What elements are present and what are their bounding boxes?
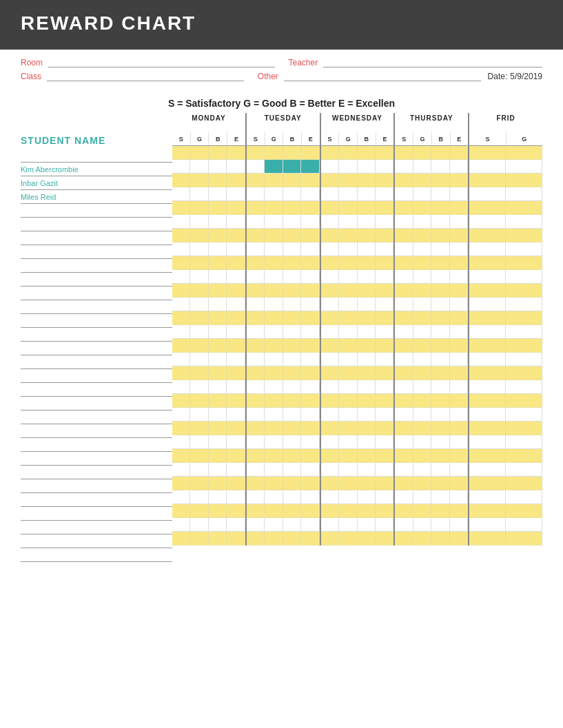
- grid-cell: [209, 215, 227, 229]
- day-cell-group: [172, 284, 245, 298]
- day-label: THURSDAY: [395, 113, 468, 122]
- grid-cell: [227, 463, 245, 477]
- grid-cell: [209, 160, 227, 174]
- grid-cell: [247, 242, 265, 256]
- grid-cell: [283, 215, 301, 229]
- grid-cell: [321, 463, 339, 477]
- grid-cell: [431, 242, 449, 256]
- grid-cell: [209, 284, 227, 298]
- day-cell-group: [172, 422, 245, 435]
- day-cell-group: [468, 366, 542, 380]
- grid-cell: [227, 435, 245, 449]
- grid-cell: [227, 242, 245, 256]
- grid-cell: [247, 160, 265, 174]
- grid-cell: [413, 201, 431, 215]
- grid-cell: [190, 435, 208, 449]
- day-cell-group: [245, 380, 320, 394]
- grid-cell: [265, 229, 283, 242]
- grid-cell: [469, 298, 506, 311]
- grid-cell: [227, 174, 245, 187]
- grid-cell: [265, 146, 283, 160]
- grid-cell: [431, 366, 449, 380]
- grid-cell: [413, 256, 431, 270]
- grid-cell: [190, 380, 208, 394]
- grid-row: [172, 311, 542, 325]
- day-group: WEDNESDAY: [320, 113, 394, 132]
- grid-cell: [339, 422, 357, 435]
- grid-cell: [506, 366, 542, 380]
- grid-cell: [431, 449, 449, 463]
- grid-cell: [172, 408, 190, 422]
- grid-cell: [190, 256, 208, 270]
- sub-cell: E: [227, 132, 245, 145]
- grid-cell: [265, 311, 283, 325]
- grid-cell: [395, 490, 413, 504]
- grid-cell: [413, 146, 431, 160]
- day-cell-group: [468, 298, 542, 311]
- grid-cell: [358, 353, 376, 366]
- grid-cell: [506, 353, 542, 366]
- grid-cell: [450, 435, 468, 449]
- grid-cell: [283, 532, 301, 545]
- day-cell-group: [172, 518, 245, 532]
- grid-cell: [395, 449, 413, 463]
- grid-cell: [247, 201, 265, 215]
- grid-cell: [395, 284, 413, 298]
- sub-cell: E: [451, 132, 469, 145]
- day-cell-group: [245, 242, 320, 256]
- grid-cell: [358, 422, 376, 435]
- day-cell-group: [468, 215, 542, 229]
- grid-cell: [339, 490, 357, 504]
- grid-cell: [413, 408, 431, 422]
- grid-cell: [431, 435, 449, 449]
- day-cell-group: [393, 353, 468, 366]
- student-name-row: Kim Abercrombie: [21, 163, 172, 176]
- grid-row: [172, 187, 542, 201]
- student-name-row: [21, 383, 172, 397]
- grid-cell: [358, 284, 376, 298]
- grid-cell: [469, 215, 506, 229]
- student-name-row: [21, 218, 172, 231]
- grid-cell: [301, 270, 319, 284]
- grid-cell: [339, 449, 357, 463]
- student-name-row: [21, 245, 172, 259]
- grid-cell: [301, 422, 319, 435]
- student-name-row: [21, 355, 172, 369]
- grid-cell: [431, 504, 449, 518]
- day-cell-group: [393, 325, 468, 339]
- day-cell-group: [320, 229, 394, 242]
- grid-cell: [247, 408, 265, 422]
- grid-cell: [190, 408, 208, 422]
- grid-cell: [247, 325, 265, 339]
- grid-cell: [469, 160, 506, 174]
- grid-cell: [450, 463, 468, 477]
- grid-cell: [506, 490, 542, 504]
- grid-cell: [413, 174, 431, 187]
- grid-cell: [413, 311, 431, 325]
- grid-row: [172, 353, 542, 366]
- main-table: STUDENT NAME Kim AbercrombieInbar GazitM…: [0, 113, 563, 569]
- grid-cell: [358, 174, 376, 187]
- sub-cell: G: [265, 132, 284, 145]
- grid-cell: [321, 160, 339, 174]
- grid-cell: [301, 366, 319, 380]
- grid-cell: [431, 256, 449, 270]
- grid-cell: [209, 256, 227, 270]
- grid-cell: [321, 311, 339, 325]
- grid-cell: [450, 449, 468, 463]
- other-label: Other: [258, 72, 278, 81]
- day-cell-group: [468, 339, 542, 353]
- grid-cell: [265, 325, 283, 339]
- grid-cell: [227, 325, 245, 339]
- day-cell-group: [172, 449, 245, 463]
- student-name-row: [21, 479, 172, 493]
- grid-cell: [190, 201, 208, 215]
- grid-cell: [301, 380, 319, 394]
- day-cell-group: [320, 339, 394, 353]
- grid-cell: [265, 201, 283, 215]
- day-cell-group: [245, 339, 320, 353]
- grid-cell: [395, 174, 413, 187]
- grid-cell: [506, 311, 542, 325]
- day-label: WEDNESDAY: [321, 113, 394, 122]
- grid-cell: [227, 394, 245, 408]
